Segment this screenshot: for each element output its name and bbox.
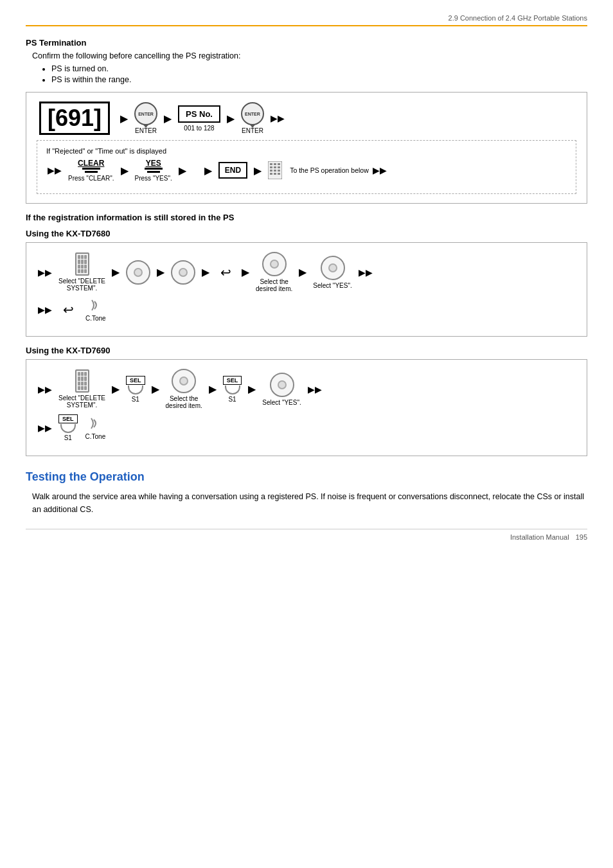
da-7690-1: ▶▶ [38, 384, 52, 394]
bullet-list: PS is turned on. PS is within the range. [51, 64, 587, 84]
arr-7690-4: ▶ [248, 383, 256, 395]
psno-label: PS No. [186, 109, 213, 119]
bullet-item-1: PS is turned on. [51, 64, 587, 73]
phone-body-7690 [75, 369, 89, 393]
nav-circle-7680-1 [126, 260, 150, 285]
select-desired-7680: Select thedesired item. [256, 278, 292, 292]
curved-arrow-7680-1: ↩ [216, 263, 235, 282]
svg-rect-12 [278, 173, 280, 175]
bullet-item-2: PS is within the range. [51, 75, 587, 84]
nav-circle-7680-4 [321, 256, 345, 280]
s1-label-7690-2: S1 [228, 396, 236, 403]
arr-7690-1: ▶ [112, 383, 120, 395]
footer-manual-label: Installation Manual [510, 533, 569, 541]
grid-icon [268, 161, 282, 179]
nav-circle-7680-2 [171, 260, 195, 285]
da-7680-2: ▶▶ [359, 267, 373, 278]
svg-rect-1 [270, 163, 272, 165]
svg-rect-7 [270, 170, 272, 172]
svg-rect-9 [278, 170, 280, 172]
kx7680-flow-row-2: ▶▶ ↩ C.Tone [37, 297, 576, 322]
kx7680-label: Using the KX-TD7680 [26, 229, 587, 238]
sel-box-7690-3: SEL [58, 414, 78, 423]
nav-circle-7690-2 [270, 373, 294, 397]
sel-icon-7690-1: SEL S1 [126, 376, 145, 403]
yes-key-item: YES Press "YES". [135, 159, 172, 182]
ctone-7680: C.Tone [85, 297, 106, 322]
enter-icon-2: ENTER ENTER [241, 102, 264, 134]
da-7680-1: ▶▶ [38, 267, 52, 278]
double-arrow-3: ▶▶ [373, 165, 387, 175]
kx7690-flow-row-1: ▶▶ Select "DELETESYSTEM". ▶ SEL [37, 369, 576, 409]
s1-label-7690-3: S1 [64, 434, 72, 441]
section-title: PS Termination [26, 38, 587, 48]
ctone-icon-7690 [89, 416, 102, 431]
curved-7680-1: ↩ [216, 263, 235, 282]
ctone-label-7690: C.Tone [85, 433, 106, 440]
sel-curve-7690-2 [225, 385, 240, 394]
main-diagram-box: [691] ▶ ENTER ENTER ▶ PS No. [26, 92, 587, 204]
reg-info-title: If the registration information is still… [26, 213, 587, 222]
svg-rect-5 [274, 166, 276, 168]
header-bar: 2.9 Connection of 2.4 GHz Portable Stati… [26, 13, 587, 26]
nav-7680-1 [126, 260, 150, 285]
end-box: END [218, 162, 247, 179]
key-line-1 [82, 168, 100, 170]
footer: Installation Manual 195 [26, 533, 587, 541]
kx7680-diagram: ▶▶ Select "DELETESYSTEM". ▶ [26, 242, 587, 337]
select-desired-7690: Select thedesired item. [166, 395, 202, 409]
da-7690-3: ▶▶ [38, 423, 52, 433]
yes-label: YES [146, 159, 161, 168]
nav-7680-3: Select thedesired item. [256, 252, 292, 292]
arr-7680-5: ▶ [299, 266, 306, 278]
ps-termination-section: PS Termination Confirm the following bef… [26, 38, 587, 204]
sel-box-7690-2: SEL [223, 376, 242, 385]
psno-item: PS No. 001 to 128 [178, 105, 220, 132]
select-yes-7690: Select "YES". [262, 399, 301, 406]
end-item: END [218, 162, 247, 179]
yes-key-lines [145, 168, 163, 173]
arrow-1: ▶ [120, 112, 128, 125]
arrow-5: ▶ [179, 164, 186, 177]
select-delete-7690: Select "DELETESYSTEM". [58, 394, 105, 409]
ctone-label-7680: C.Tone [85, 315, 106, 322]
intro-text: Confirm the following before cancelling … [32, 51, 587, 60]
phone-item-7690: Select "DELETESYSTEM". [58, 369, 105, 409]
svg-rect-10 [270, 173, 272, 175]
arr-7690-3: ▶ [209, 383, 217, 395]
rejected-flow-row: ▶▶ CLEAR Press "CLEAR". ▶ [46, 159, 567, 182]
double-arrow-2: ▶▶ [48, 165, 62, 175]
clear-label: CLEAR [78, 159, 104, 168]
footer-page-num: 195 [576, 533, 587, 541]
svg-rect-4 [270, 166, 272, 168]
svg-rect-8 [274, 170, 276, 172]
double-arrow-1: ▶▶ [271, 113, 285, 123]
sel-curve-7690-1 [128, 385, 143, 394]
psno-box: PS No. [178, 105, 220, 123]
curved-7680-2: ↩ [58, 300, 78, 319]
key-line-4 [147, 171, 160, 173]
clear-key-item: CLEAR Press "CLEAR". [68, 159, 114, 182]
ctone-icon-7680 [89, 297, 102, 313]
key-line-3 [145, 168, 163, 170]
svg-rect-3 [278, 163, 280, 165]
key-line-2 [85, 171, 98, 173]
svg-rect-6 [278, 166, 280, 168]
arr-7690-2: ▶ [152, 383, 159, 395]
testing-section: Testing the Operation Walk around the se… [26, 470, 587, 516]
arr-7680-3: ▶ [202, 266, 209, 278]
nav-7680-4: Select "YES". [313, 256, 351, 289]
psno-range: 001 to 128 [184, 125, 214, 132]
testing-body: Walk around the service area while havin… [32, 490, 587, 516]
s1-label-7690-1: S1 [132, 396, 139, 403]
da-7690-2: ▶▶ [308, 384, 322, 394]
bracket-num: [691] [39, 102, 110, 135]
arrow-4: ▶ [121, 164, 129, 177]
nav-7690-1: Select thedesired item. [166, 369, 202, 409]
nav-circle-7680-3 [262, 252, 287, 276]
press-clear: Press "CLEAR". [68, 175, 114, 182]
arr-7680-2: ▶ [157, 266, 164, 278]
top-flow-row: [691] ▶ ENTER ENTER ▶ PS No. [37, 102, 576, 135]
nav-7690-2: Select "YES". [262, 373, 301, 406]
nav-circle-7690-1 [172, 369, 196, 393]
